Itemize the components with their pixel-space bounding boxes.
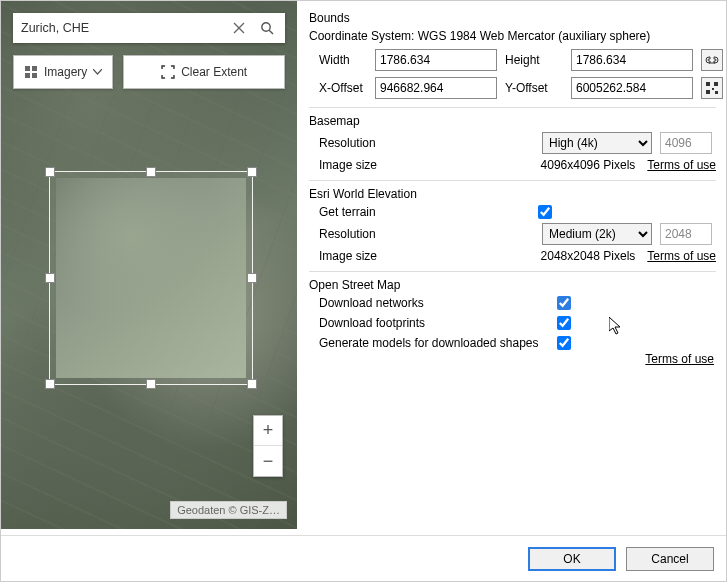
map-attribution: Geodaten © GIS-Z… xyxy=(170,501,287,519)
svg-rect-8 xyxy=(712,88,714,90)
basemap-res-numeric xyxy=(660,132,712,154)
svg-point-0 xyxy=(262,23,270,31)
gen-models-label: Generate models for downloaded shapes xyxy=(319,336,549,350)
elev-res-label: Resolution xyxy=(319,227,534,241)
coord-system-label: Coordinate System: WGS 1984 Web Mercator… xyxy=(309,29,716,43)
clear-extent-label: Clear Extent xyxy=(181,65,247,79)
svg-rect-2 xyxy=(32,66,37,71)
yoffset-label: Y-Offset xyxy=(505,81,563,95)
extent-icon xyxy=(161,65,175,79)
gen-models-checkbox[interactable] xyxy=(557,336,571,350)
dl-footprints-checkbox[interactable] xyxy=(557,316,571,330)
link-dimensions-button[interactable] xyxy=(701,49,723,71)
map-panel: Imagery Clear Extent + − Geodaten © GIS-… xyxy=(1,1,297,529)
xoffset-label: X-Offset xyxy=(309,81,367,95)
width-label: Width xyxy=(309,53,367,67)
handle-se[interactable] xyxy=(247,379,257,389)
handle-n[interactable] xyxy=(146,167,156,177)
svg-rect-9 xyxy=(715,91,718,94)
svg-rect-3 xyxy=(25,73,30,78)
map-toolbar: Imagery Clear Extent xyxy=(13,55,285,89)
basemap-selector-label: Imagery xyxy=(44,65,87,79)
ok-button[interactable]: OK xyxy=(528,547,616,571)
layers-icon xyxy=(24,65,38,79)
yoffset-field[interactable] xyxy=(571,77,693,99)
svg-rect-5 xyxy=(706,82,710,86)
handle-sw[interactable] xyxy=(45,379,55,389)
height-label: Height xyxy=(505,53,563,67)
search-bar xyxy=(13,13,285,43)
basemap-selector-button[interactable]: Imagery xyxy=(13,55,113,89)
cancel-button[interactable]: Cancel xyxy=(626,547,714,571)
selection-preview xyxy=(56,178,246,378)
handle-nw[interactable] xyxy=(45,167,55,177)
svg-rect-7 xyxy=(706,90,710,94)
zoom-out-button[interactable]: − xyxy=(254,446,282,476)
basemap-size-value: 4096x4096 Pixels xyxy=(541,158,636,172)
elev-size-value: 2048x2048 Pixels xyxy=(541,249,636,263)
handle-s[interactable] xyxy=(146,379,156,389)
zoom-in-button[interactable]: + xyxy=(254,416,282,446)
dl-footprints-label: Download footprints xyxy=(319,316,549,330)
selection-extent[interactable] xyxy=(49,171,253,385)
bounds-title: Bounds xyxy=(309,11,716,25)
clear-extent-button[interactable]: Clear Extent xyxy=(123,55,285,89)
elevation-title: Esri World Elevation xyxy=(309,187,716,201)
svg-rect-4 xyxy=(32,73,37,78)
basemap-res-label: Resolution xyxy=(319,136,534,150)
zoom-control: + − xyxy=(253,415,283,477)
search-input[interactable] xyxy=(21,21,225,35)
osm-terms-link[interactable]: Terms of use xyxy=(645,352,714,366)
handle-ne[interactable] xyxy=(247,167,257,177)
clear-search-icon[interactable] xyxy=(225,14,253,42)
search-icon[interactable] xyxy=(253,14,281,42)
chevron-down-icon xyxy=(93,69,102,75)
basemap-title: Basemap xyxy=(309,114,716,128)
elev-size-label: Image size xyxy=(319,249,529,263)
elevation-resolution-select[interactable]: Low (1k)Medium (2k)High (4k) xyxy=(542,223,652,245)
handle-e[interactable] xyxy=(247,273,257,283)
xoffset-field[interactable] xyxy=(375,77,497,99)
width-field[interactable] xyxy=(375,49,497,71)
properties-panel: Bounds Coordinate System: WGS 1984 Web M… xyxy=(297,1,726,529)
elev-terms-link[interactable]: Terms of use xyxy=(647,249,716,263)
dl-networks-label: Download networks xyxy=(319,296,549,310)
dl-networks-checkbox[interactable] xyxy=(557,296,571,310)
basemap-size-label: Image size xyxy=(319,158,529,172)
get-terrain-checkbox[interactable] xyxy=(538,205,552,219)
basemap-resolution-select[interactable]: Low (1k)Medium (2k)High (4k) xyxy=(542,132,652,154)
qr-locate-button[interactable] xyxy=(701,77,723,99)
height-field[interactable] xyxy=(571,49,693,71)
get-terrain-label: Get terrain xyxy=(319,205,530,219)
svg-rect-6 xyxy=(714,82,718,86)
dialog-footer: OK Cancel xyxy=(1,535,726,581)
svg-rect-1 xyxy=(25,66,30,71)
handle-w[interactable] xyxy=(45,273,55,283)
osm-title: Open Street Map xyxy=(309,278,716,292)
basemap-terms-link[interactable]: Terms of use xyxy=(647,158,716,172)
elev-res-numeric xyxy=(660,223,712,245)
